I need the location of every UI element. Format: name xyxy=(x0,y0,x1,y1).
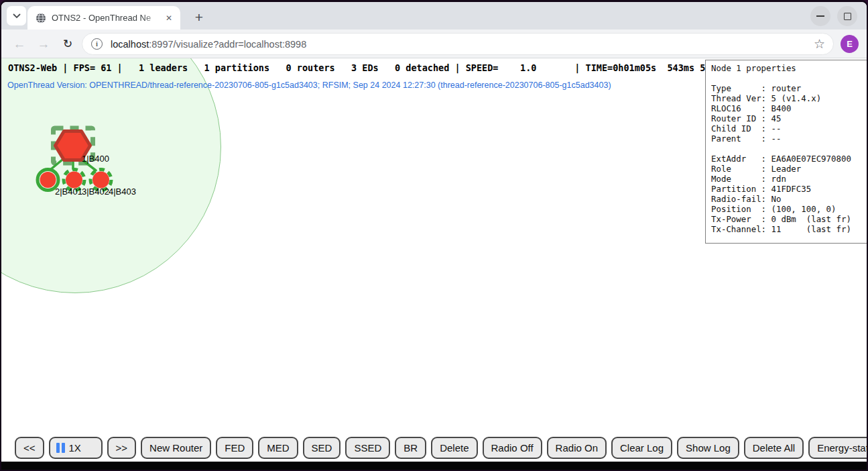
sim-button-label: 1X xyxy=(69,442,81,454)
sim-button-label: << xyxy=(23,442,36,454)
window-controls xyxy=(810,6,857,26)
pause-icon xyxy=(56,443,65,453)
tab-search-button[interactable] xyxy=(7,6,26,25)
status-bar: OTNS2-Web | FPS= 61 | 1 leaders 1 partit… xyxy=(8,62,727,73)
site-info-icon[interactable]: i xyxy=(91,38,103,50)
sim-button-label: BR xyxy=(404,442,418,454)
globe-favicon-icon xyxy=(36,13,46,23)
browser-window: OTNS2 - OpenThread Ne ✕ + ← → ↻ i localh… xyxy=(0,0,868,471)
node-label: 4|B403 xyxy=(109,187,136,197)
sim-button-1x[interactable]: 1X xyxy=(49,437,103,459)
sim-button-label: Radio On xyxy=(556,442,598,454)
sim-button-show-log[interactable]: Show Log xyxy=(677,437,739,459)
node-properties-text: Node 1 properties Type : router Thread V… xyxy=(711,63,862,234)
node-label: 3|B402 xyxy=(82,187,109,197)
sim-button-label: Energy-stats ↗ xyxy=(817,442,867,454)
address-bar[interactable]: i localhost:8997/visualize?addr=localhos… xyxy=(82,33,834,55)
sim-button-[interactable]: >> xyxy=(107,437,137,459)
maximize-button[interactable] xyxy=(837,6,857,26)
sim-button-ssed[interactable]: SSED xyxy=(345,437,390,459)
url-host: localhost xyxy=(111,39,149,50)
sim-button-br[interactable]: BR xyxy=(395,437,426,459)
tab-close-icon[interactable]: ✕ xyxy=(163,12,175,24)
openthread-version-link[interactable]: OpenThread Version: OPENTHREAD/thread-re… xyxy=(7,81,611,90)
sim-button-label: New Router xyxy=(149,442,202,454)
window-bottom-edge xyxy=(1,462,867,470)
sim-button-[interactable]: << xyxy=(15,437,44,459)
simulator-toolbar: <<1X>>New RouterFEDMEDSEDSSEDBRDeleteRad… xyxy=(15,437,867,459)
sim-button-new-router[interactable]: New Router xyxy=(141,437,211,459)
new-tab-button[interactable]: + xyxy=(190,8,208,27)
chevron-down-icon xyxy=(13,13,21,19)
tab-strip: OTNS2 - OpenThread Ne ✕ + xyxy=(1,2,867,30)
sim-button-delete-all[interactable]: Delete All xyxy=(744,437,804,459)
node-label: 2|B401 xyxy=(55,187,82,197)
sim-button-label: SED xyxy=(312,442,332,454)
end-device-node[interactable] xyxy=(40,172,56,188)
tab-otns2[interactable]: OTNS2 - OpenThread Ne ✕ xyxy=(27,6,180,30)
sim-button-label: SSED xyxy=(354,442,381,454)
sim-button-label: Delete All xyxy=(753,442,795,454)
sim-button-label: Radio Off xyxy=(491,442,534,454)
sim-button-delete[interactable]: Delete xyxy=(431,437,477,459)
bookmark-star-icon[interactable]: ☆ xyxy=(814,36,825,52)
back-button[interactable]: ← xyxy=(9,30,29,58)
minimize-button[interactable] xyxy=(810,6,830,26)
node-label: 1|B400 xyxy=(82,154,109,164)
forward-button[interactable]: → xyxy=(34,30,54,58)
sim-button-energy-stats[interactable]: Energy-stats ↗ xyxy=(808,437,867,459)
reload-button[interactable]: ↻ xyxy=(58,30,78,58)
sim-button-label: Show Log xyxy=(686,442,731,454)
sim-button-radio-off[interactable]: Radio Off xyxy=(483,437,542,459)
minimize-icon xyxy=(816,15,824,17)
sim-button-label: Clear Log xyxy=(620,442,664,454)
address-toolbar: ← → ↻ i localhost:8997/visualize?addr=lo… xyxy=(1,30,867,58)
sim-button-radio-on[interactable]: Radio On xyxy=(547,437,607,459)
node-properties-panel: Node 1 properties Type : router Thread V… xyxy=(705,60,867,244)
tab-title: OTNS2 - OpenThread Ne xyxy=(52,13,163,23)
end-device-node[interactable] xyxy=(92,172,109,189)
end-device-node[interactable] xyxy=(66,172,82,189)
sim-button-label: >> xyxy=(116,442,128,454)
profile-avatar[interactable]: E xyxy=(841,35,859,53)
url-text[interactable]: localhost:8997/visualize?addr=localhost:… xyxy=(111,39,814,50)
sim-button-fed[interactable]: FED xyxy=(216,437,253,459)
sim-button-med[interactable]: MED xyxy=(258,437,298,459)
simulator-canvas[interactable]: 1|B400 2|B401 3|B402 4|B403 OTNS2-Web | … xyxy=(1,58,867,464)
sim-button-label: FED xyxy=(225,442,245,454)
sim-button-label: Delete xyxy=(440,442,469,454)
sim-button-sed[interactable]: SED xyxy=(303,437,341,459)
maximize-icon xyxy=(844,13,851,20)
sim-button-label: MED xyxy=(267,442,289,454)
sim-button-clear-log[interactable]: Clear Log xyxy=(611,437,672,459)
url-path: :8997/visualize?addr=localhost:8998 xyxy=(149,39,306,50)
